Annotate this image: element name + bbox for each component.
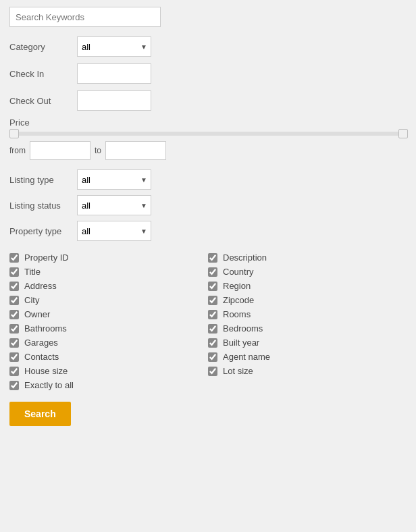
price-from-input[interactable]: 0	[30, 141, 90, 160]
checkbox-left-9[interactable]	[9, 381, 19, 390]
checkbox-row: Contacts	[9, 350, 208, 364]
checkbox-row: Lot size	[208, 364, 407, 378]
property-type-row: Property type all house apartment land ▼	[9, 221, 407, 241]
checkboxes-right-col: DescriptionCountryRegionZipcodeRoomsBedr…	[208, 250, 407, 392]
checkboxes-left-col: Property IDTitleAddressCityOwnerBathroom…	[9, 250, 208, 392]
checkbox-right-2[interactable]	[208, 282, 217, 291]
checkbox-left-6[interactable]	[9, 338, 19, 348]
checkout-row: Check Out	[9, 90, 407, 111]
checkbox-label-left-8: House size	[24, 366, 68, 376]
listing-status-row: Listing status all active inactive ▼	[9, 195, 407, 215]
checkbox-label-left-7: Contacts	[24, 352, 59, 362]
checkin-row: Check In	[9, 63, 407, 84]
checkbox-label-left-0: Property ID	[24, 252, 69, 263]
checkbox-label-right-4: Rooms	[223, 309, 251, 319]
checkbox-label-left-4: Owner	[24, 309, 50, 319]
listing-type-select[interactable]: all sale rent	[77, 169, 151, 190]
checkbox-row: Owner	[9, 307, 208, 321]
checkbox-row: Rooms	[208, 307, 407, 321]
checkbox-row: Agent name	[208, 350, 407, 364]
checkbox-row: Region	[208, 279, 407, 293]
listing-status-select[interactable]: all active inactive	[77, 195, 151, 215]
checkin-label: Check In	[9, 69, 77, 79]
checkbox-right-5[interactable]	[208, 324, 217, 334]
checkout-input[interactable]	[77, 90, 151, 111]
checkbox-right-6[interactable]	[208, 338, 217, 348]
listing-type-label: Listing type	[9, 175, 77, 185]
checkbox-row: Garages	[9, 336, 208, 350]
listing-status-select-wrapper: all active inactive ▼	[77, 195, 151, 215]
checkbox-row: Title	[9, 265, 208, 279]
checkbox-label-right-1: Country	[223, 267, 254, 277]
checkbox-label-left-9: Exactly to all	[24, 380, 74, 390]
category-label: Category	[9, 42, 77, 52]
checkbox-label-right-3: Zipcode	[223, 295, 254, 305]
price-slider-track[interactable]	[9, 132, 408, 136]
listing-type-select-wrapper: all sale rent ▼	[77, 169, 151, 190]
checkbox-label-right-6: Built year	[223, 338, 259, 348]
checkbox-row: Description	[208, 250, 407, 265]
price-to-label: to	[95, 146, 101, 155]
checkbox-row: Built year	[208, 336, 407, 350]
checkboxes-grid: Property IDTitleAddressCityOwnerBathroom…	[9, 250, 407, 392]
property-type-select-wrapper: all house apartment land ▼	[77, 221, 151, 241]
price-section: Price from 0 to 750000	[9, 117, 407, 160]
checkbox-row: Bedrooms	[208, 321, 407, 336]
checkbox-right-7[interactable]	[208, 352, 217, 362]
checkbox-label-right-5: Bedrooms	[223, 323, 263, 334]
price-label: Price	[9, 117, 407, 128]
checkbox-right-3[interactable]	[208, 296, 217, 305]
checkbox-row: City	[9, 293, 208, 307]
checkbox-label-right-7: Agent name	[223, 352, 270, 362]
checkbox-left-4[interactable]	[9, 310, 19, 319]
checkbox-left-3[interactable]	[9, 296, 19, 305]
checkbox-label-left-5: Bathrooms	[24, 323, 67, 334]
category-row: Category all residential commercial ▼	[9, 36, 407, 57]
search-keywords-input[interactable]	[9, 7, 161, 27]
checkbox-row: Address	[9, 279, 208, 293]
checkbox-right-8[interactable]	[208, 367, 217, 376]
checkbox-label-right-8: Lot size	[223, 366, 253, 376]
checkbox-right-0[interactable]	[208, 253, 217, 263]
checkbox-left-5[interactable]	[9, 324, 19, 334]
checkbox-label-left-1: Title	[24, 267, 41, 277]
category-select-wrapper: all residential commercial ▼	[77, 36, 151, 57]
checkbox-row: House size	[9, 364, 208, 378]
listing-type-row: Listing type all sale rent ▼	[9, 169, 407, 190]
search-button[interactable]: Search	[9, 402, 71, 426]
checkbox-label-right-0: Description	[223, 252, 267, 263]
checkboxes-section: Property IDTitleAddressCityOwnerBathroom…	[9, 250, 407, 392]
checkbox-right-4[interactable]	[208, 310, 217, 319]
checkbox-left-8[interactable]	[9, 367, 19, 376]
checkbox-left-2[interactable]	[9, 282, 19, 291]
checkbox-row: Bathrooms	[9, 321, 208, 336]
checkbox-right-1[interactable]	[208, 267, 217, 277]
checkbox-row: Country	[208, 265, 407, 279]
category-select[interactable]: all residential commercial	[77, 36, 151, 57]
property-type-select[interactable]: all house apartment land	[77, 221, 151, 241]
checkbox-label-right-2: Region	[223, 281, 251, 291]
checkbox-row: Property ID	[9, 250, 208, 265]
checkbox-left-0[interactable]	[9, 253, 19, 263]
checkbox-row: Zipcode	[208, 293, 407, 307]
price-slider-fill	[9, 132, 408, 136]
price-slider-thumb-right[interactable]	[398, 129, 408, 138]
checkbox-left-7[interactable]	[9, 352, 19, 362]
price-to-input[interactable]: 750000	[105, 141, 166, 160]
checkout-label: Check Out	[9, 96, 77, 106]
listing-status-label: Listing status	[9, 201, 77, 211]
price-from-label: from	[9, 146, 26, 155]
main-container: Category all residential commercial ▼ Ch…	[0, 0, 416, 433]
checkbox-label-left-3: City	[24, 295, 39, 305]
checkbox-row: Exactly to all	[9, 378, 208, 392]
checkbox-label-left-2: Address	[24, 281, 57, 291]
price-slider-thumb-left[interactable]	[9, 129, 19, 138]
checkbox-left-1[interactable]	[9, 267, 19, 277]
price-range-row: from 0 to 750000	[9, 141, 407, 160]
checkin-input[interactable]	[77, 63, 151, 84]
property-type-label: Property type	[9, 226, 77, 236]
checkbox-label-left-6: Garages	[24, 338, 58, 348]
